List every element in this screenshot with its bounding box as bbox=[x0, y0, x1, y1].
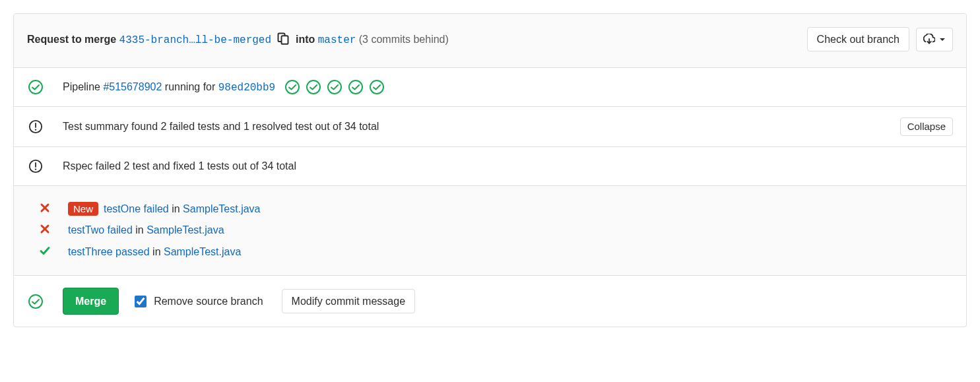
target-branch-link[interactable]: master bbox=[318, 34, 356, 46]
svg-point-4 bbox=[307, 80, 320, 94]
warning-icon bbox=[27, 118, 44, 135]
in-label: in bbox=[133, 224, 147, 236]
pipeline-label: Pipeline bbox=[63, 81, 103, 92]
test-3-link[interactable]: testThree passed bbox=[68, 246, 150, 257]
stage-3-passed-icon[interactable] bbox=[327, 79, 343, 95]
test-3-file-link[interactable]: SampleTest.java bbox=[164, 246, 241, 257]
copy-branch-icon[interactable] bbox=[277, 36, 292, 47]
svg-point-6 bbox=[349, 80, 362, 94]
running-for-label: running for bbox=[162, 81, 218, 92]
pipeline-stages bbox=[284, 79, 385, 95]
modify-commit-message-button[interactable]: Modify commit message bbox=[282, 289, 416, 313]
request-to-merge-label: Request to merge bbox=[27, 34, 116, 45]
pipeline-section: Pipeline #515678902 running for 98ed20bb… bbox=[14, 68, 966, 107]
test-1-link[interactable]: testOne failed bbox=[104, 203, 169, 214]
pipeline-id-link[interactable]: #515678902 bbox=[103, 81, 162, 92]
download-icon bbox=[923, 34, 935, 46]
remove-source-branch-label: Remove source branch bbox=[154, 296, 263, 307]
svg-point-13 bbox=[35, 169, 36, 170]
test-summary-section: Test summary found 2 failed tests and 1 … bbox=[14, 107, 966, 147]
collapse-button[interactable]: Collapse bbox=[900, 117, 953, 136]
into-label: into bbox=[296, 34, 315, 45]
merge-section: Merge Remove source branch Modify commit… bbox=[14, 276, 966, 327]
merge-request-widget: Request to merge 4335-branch…ll-be-merge… bbox=[13, 13, 967, 327]
svg-point-18 bbox=[29, 295, 42, 308]
test-suite-section: Rspec failed 2 test and fixed 1 tests ou… bbox=[14, 147, 966, 186]
test-suite-text: Rspec failed 2 test and fixed 1 tests ou… bbox=[63, 160, 296, 172]
svg-point-3 bbox=[286, 80, 299, 94]
stage-4-passed-icon[interactable] bbox=[348, 79, 364, 95]
fail-icon bbox=[27, 224, 63, 237]
svg-point-2 bbox=[29, 80, 42, 94]
test-2-text: testTwo failed in SampleTest.java bbox=[68, 224, 224, 236]
test-summary-text: Test summary found 2 failed tests and 1 … bbox=[63, 121, 379, 133]
warning-icon bbox=[27, 158, 44, 175]
test-2-link[interactable]: testTwo failed bbox=[68, 224, 133, 236]
merge-ref-text: Request to merge 4335-branch…ll-be-merge… bbox=[27, 32, 449, 48]
commit-sha-link[interactable]: 98ed20bb9 bbox=[218, 82, 275, 94]
remove-source-branch-option[interactable]: Remove source branch bbox=[132, 294, 263, 309]
pass-icon bbox=[27, 245, 63, 259]
stage-2-passed-icon[interactable] bbox=[306, 79, 321, 95]
merge-status-icon bbox=[27, 293, 44, 310]
remove-source-branch-checkbox[interactable] bbox=[135, 296, 147, 307]
test-3-text: testThree passed in SampleTest.java bbox=[68, 246, 241, 258]
test-row-2: testTwo failed in SampleTest.java bbox=[27, 220, 953, 241]
svg-point-5 bbox=[328, 80, 341, 94]
commits-behind-label: (3 commits behind) bbox=[359, 34, 449, 45]
svg-point-7 bbox=[370, 80, 383, 94]
test-1-text: testOne failed in SampleTest.java bbox=[104, 203, 260, 215]
header-section: Request to merge 4335-branch…ll-be-merge… bbox=[14, 14, 966, 68]
download-dropdown-button[interactable] bbox=[916, 28, 953, 51]
source-branch-link[interactable]: 4335-branch…ll-be-merged bbox=[119, 34, 271, 46]
svg-rect-1 bbox=[282, 36, 288, 44]
test-2-file-link[interactable]: SampleTest.java bbox=[147, 224, 224, 236]
test-1-file-link[interactable]: SampleTest.java bbox=[183, 203, 260, 214]
merge-button[interactable]: Merge bbox=[63, 288, 119, 315]
pipeline-text: Pipeline #515678902 running for 98ed20bb… bbox=[63, 81, 275, 94]
in-label: in bbox=[150, 246, 164, 257]
stage-5-passed-icon[interactable] bbox=[369, 79, 385, 95]
checkout-branch-button[interactable]: Check out branch bbox=[807, 27, 909, 51]
tests-detail-section: New testOne failed in SampleTest.java te… bbox=[14, 186, 966, 276]
caret-down-icon bbox=[939, 36, 946, 43]
fail-icon bbox=[27, 203, 63, 216]
test-row-1: New testOne failed in SampleTest.java bbox=[27, 198, 953, 220]
stage-1-passed-icon[interactable] bbox=[284, 79, 300, 95]
pipeline-status-icon bbox=[27, 79, 44, 96]
svg-point-10 bbox=[35, 129, 36, 131]
new-badge: New bbox=[68, 202, 98, 216]
in-label: in bbox=[169, 203, 183, 214]
test-row-3: testThree passed in SampleTest.java bbox=[27, 241, 953, 263]
